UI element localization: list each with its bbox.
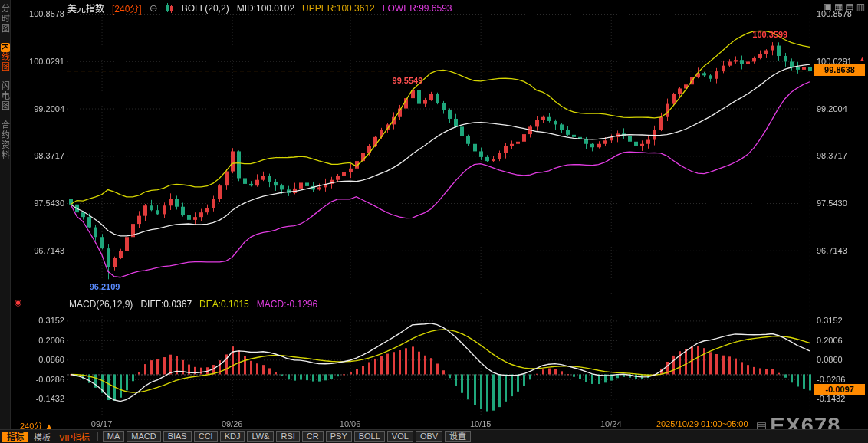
layout-single-icon[interactable]: ▣ (824, 2, 832, 11)
macd-axis-label-left-0: 0.3152 (18, 316, 64, 325)
toolbar-separator (97, 432, 98, 441)
toolbar-tab-indicators[interactable]: 指标 (2, 432, 28, 442)
sidebar-item-time-chart[interactable]: 分时图 (1, 4, 10, 34)
boll-upper-value: UPPER:100.3612 (302, 3, 375, 14)
indicator-button-group: MAMACDBIASCCIKDJLW&RSICRPSYBOLLVOLOBV (103, 431, 442, 442)
kline-icon (166, 3, 174, 13)
indicator-button-cr[interactable]: CR (302, 431, 324, 442)
price-axis-label-right-3: 98.3717 (817, 151, 866, 160)
price-up-arrow-icon: ▲ (859, 55, 866, 63)
price-axis-label-right-2: 99.2004 (817, 104, 866, 113)
indicator-button-boll[interactable]: BOLL (354, 431, 385, 442)
x-axis-label-4: 10/24 (594, 419, 628, 428)
macd-axis-label-left-3: -0.0286 (18, 375, 64, 384)
macd-axis-label-right-3: -0.0286 (817, 375, 866, 384)
macd-diff-value: DIFF:0.0367 (140, 299, 192, 310)
layout-columns-icon[interactable]: ▥ (856, 2, 865, 11)
current-candle-time: 2025/10/29 01:00~05:00 (656, 419, 748, 428)
active-tab-badge: K (1, 43, 10, 52)
layout-grid-icon[interactable]: ▦ (834, 2, 843, 11)
trading-terminal: 分时图K线图闪电图合约资料 ◉ 美元指数 [240分] ⊖ BOLL(20,2)… (0, 0, 868, 443)
price-axis-label-left-4: 97.5430 (18, 199, 64, 208)
macd-axis-label-right-1: 0.2006 (817, 336, 866, 345)
price-annotation-0: 96.2109 (90, 282, 120, 291)
macd-macd-value: MACD:-0.1296 (257, 299, 317, 310)
x-axis-label-3: 10/15 (464, 419, 498, 428)
indicator-button-ma[interactable]: MA (103, 431, 125, 442)
chart-canvas[interactable] (0, 0, 868, 443)
toolbar-tab-vip[interactable]: VIP指标 (56, 431, 93, 443)
macd-axis-label-right-0: 0.3152 (817, 316, 866, 325)
indicator-button-bias[interactable]: BIAS (163, 431, 192, 442)
indicator-button-lw[interactable]: LW& (247, 431, 274, 442)
x-axis-label-2: 10/06 (334, 419, 367, 428)
sidebar-item-lightning-chart[interactable]: 闪电图 (1, 81, 10, 111)
boll-lower-value: LOWER:99.6593 (383, 3, 452, 14)
macd-axis-label-left-4: -0.1432 (18, 394, 64, 403)
zoom-out-icon[interactable]: ⊖ (150, 2, 158, 14)
price-axis-label-left-0: 100.8578 (18, 9, 64, 18)
boll-params: BOLL(20,2) (182, 3, 229, 14)
sidebar: 分时图K线图闪电图合约资料 (0, 0, 11, 429)
sidebar-item-kline-chart[interactable]: K线图 (1, 43, 10, 72)
period-tag: [240分] (112, 2, 142, 15)
macd-axis-label-right-2: 0.0860 (817, 355, 866, 364)
macd-axis-label-left-2: 0.0860 (18, 355, 64, 364)
bottom-toolbar: 指标 模板 VIP指标 MAMACDBIASCCIKDJLW&RSICRPSYB… (0, 429, 868, 443)
boll-mid-value: MID:100.0102 (237, 3, 294, 14)
macd-panel-marker-icon[interactable]: ◉ (15, 297, 22, 307)
indicator-button-macd[interactable]: MACD (127, 431, 160, 442)
macd-value-badge: -0.0097 (814, 384, 865, 395)
macd-dea-value: DEA:0.1015 (199, 299, 249, 310)
price-axis-label-right-4: 97.5430 (817, 199, 866, 208)
price-axis-label-right-5: 96.7143 (817, 246, 866, 255)
x-axis-label-1: 09/26 (215, 419, 249, 428)
x-axis-label-0: 09/17 (85, 419, 119, 428)
price-annotation-1: 99.5549 (393, 76, 423, 85)
toolbar-tab-templates[interactable]: 模板 (31, 431, 54, 443)
price-axis-label-left-5: 96.7143 (18, 246, 64, 255)
settings-button[interactable]: 设置 (445, 431, 471, 442)
last-price-badge: 99.8638 (814, 64, 865, 76)
sidebar-item-contract-info[interactable]: 合约资料 (1, 120, 10, 160)
macd-params: MACD(26,12,9) (69, 299, 133, 310)
indicator-button-obv[interactable]: OBV (416, 431, 442, 442)
chart-header: 美元指数 [240分] ⊖ BOLL(20,2) MID:100.0102 UP… (67, 2, 452, 14)
price-axis-label-left-2: 99.2004 (18, 104, 64, 113)
price-axis-label-left-3: 98.3717 (18, 151, 64, 160)
price-annotation-2: 100.3599 (752, 30, 787, 39)
layout-rows-icon[interactable]: ▤ (845, 2, 853, 11)
indicator-button-cci[interactable]: CCI (194, 431, 218, 442)
macd-axis-label-left-1: 0.2006 (18, 336, 64, 345)
indicator-button-kdj[interactable]: KDJ (220, 431, 245, 442)
indicator-button-vol[interactable]: VOL (387, 431, 413, 442)
indicator-button-psy[interactable]: PSY (326, 431, 352, 442)
layout-icon-group: ▣▦▤▥ (824, 2, 865, 11)
sidebar-item-label: 线图 (1, 52, 10, 72)
symbol-title: 美元指数 (67, 2, 104, 15)
macd-header: MACD(26,12,9) DIFF:0.0367 DEA:0.1015 MAC… (69, 299, 317, 310)
price-axis-label-left-1: 100.0291 (18, 57, 64, 66)
indicator-button-rsi[interactable]: RSI (276, 431, 299, 442)
